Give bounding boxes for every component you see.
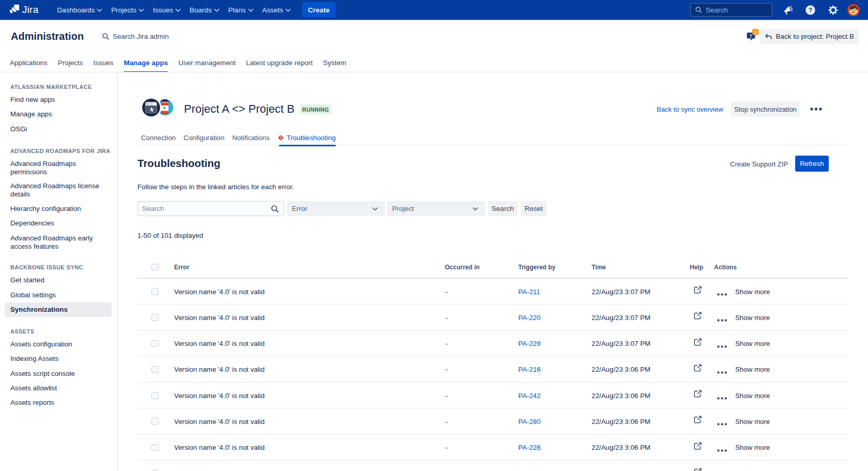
svg-text:1: 1 [754, 29, 757, 35]
svg-text:?: ? [808, 6, 812, 13]
